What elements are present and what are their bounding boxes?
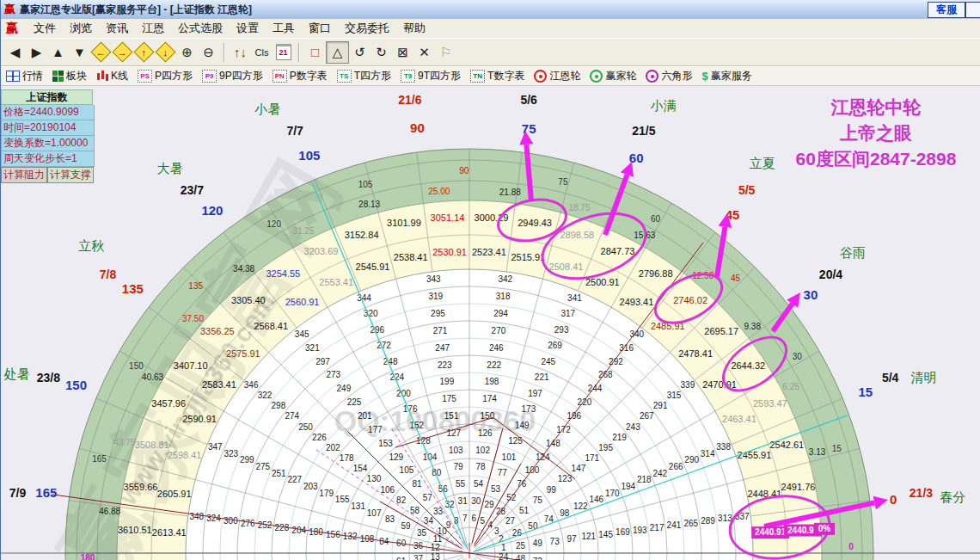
menu-item-6[interactable]: 工具: [266, 19, 302, 38]
menu-item-9[interactable]: 帮助: [396, 19, 432, 38]
gann-wheel-svg[interactable]: 赢家财富网www.yingjia360.comQQ:10080036012345…: [1, 86, 980, 560]
svg-text:293: 293: [554, 325, 569, 335]
calendar-icon[interactable]: 21: [273, 42, 294, 63]
triangle-tool-icon[interactable]: △: [326, 41, 349, 64]
svg-text:322: 322: [258, 391, 273, 400]
back-icon[interactable]: ◀: [4, 42, 26, 63]
menu-item-5[interactable]: 设置: [230, 19, 266, 38]
svg-text:57: 57: [423, 493, 433, 502]
calc-resistance-button[interactable]: 计算阻力: [1, 167, 47, 183]
ribbon-item-1[interactable]: 板块: [52, 69, 87, 83]
svg-text:346: 346: [244, 380, 259, 390]
svg-text:348: 348: [189, 512, 204, 521]
arc-cw-icon[interactable]: ↻: [371, 42, 392, 63]
svg-text:135: 135: [122, 281, 144, 296]
svg-text:40.63: 40.63: [142, 372, 163, 382]
ribbon-item-4[interactable]: P99P四方形: [202, 69, 263, 83]
ribbon-item-3[interactable]: PSP四方形: [138, 69, 193, 83]
svg-text:121: 121: [581, 532, 596, 541]
pointer-down-icon[interactable]: ▼: [69, 42, 90, 63]
panel-row-1: 时间=20190104: [1, 120, 95, 136]
ribbon-item-0[interactable]: 行情: [6, 69, 43, 83]
ribbon-item-8[interactable]: TNT数字表: [470, 69, 524, 83]
svg-text:2695.17: 2695.17: [704, 326, 738, 336]
customer-service-button[interactable]: 客服: [928, 2, 965, 18]
svg-text:193: 193: [633, 526, 647, 535]
svg-text:18.75: 18.75: [568, 203, 590, 212]
svg-text:29: 29: [484, 500, 494, 509]
xbox-icon[interactable]: ⊠: [392, 42, 413, 63]
wheel-ring-icon: [590, 70, 603, 83]
svg-text:7/8: 7/8: [100, 268, 117, 281]
svg-text:2553.41: 2553.41: [319, 277, 353, 287]
toolbar: ◀▶▲▼←→↑↓⊕⊖↑↓Cls21□△↺↻⊠✕⚐: [1, 38, 980, 66]
svg-text:178: 178: [340, 453, 354, 463]
menu-item-7[interactable]: 窗口: [302, 19, 338, 38]
ribbon-item-6[interactable]: TST四方形: [337, 69, 391, 83]
svg-text:170: 170: [605, 489, 620, 498]
clipped-button[interactable]: [965, 2, 980, 18]
cls-button[interactable]: Cls: [251, 42, 273, 63]
svg-text:2746.02: 2746.02: [673, 295, 707, 305]
ribbon-item-10[interactable]: 赢家轮: [590, 69, 636, 83]
menu-item-3[interactable]: 江恩: [135, 19, 171, 38]
svg-text:102: 102: [475, 446, 490, 455]
ribbon-item-11[interactable]: 六角形: [646, 69, 692, 83]
gann-wheel-chart[interactable]: 赢家财富网www.yingjia360.comQQ:10080036012345…: [1, 86, 980, 560]
svg-text:21/6: 21/6: [398, 93, 421, 107]
svg-text:105: 105: [358, 180, 373, 189]
svg-text:149: 149: [515, 421, 530, 430]
svg-text:2463.41: 2463.41: [722, 414, 756, 424]
menu-item-2[interactable]: 资讯: [99, 19, 135, 38]
menu-item-8[interactable]: 交易委托: [338, 19, 396, 38]
svg-text:75: 75: [558, 177, 568, 187]
menu-item-4[interactable]: 公式选股: [171, 19, 230, 38]
pan-left-icon[interactable]: ←: [90, 42, 112, 63]
ribbon-item-2[interactable]: K线: [96, 69, 128, 83]
svg-text:51: 51: [519, 506, 530, 515]
ribbon-item-7[interactable]: T99T四方形: [401, 69, 461, 83]
arc-ccw-icon[interactable]: ↺: [349, 42, 371, 63]
svg-text:2455.91: 2455.91: [738, 450, 772, 460]
svg-text:2949.43: 2949.43: [518, 218, 552, 228]
updown-icon[interactable]: ↑↓: [230, 42, 251, 63]
ribbon-item-label: P数字表: [290, 69, 328, 83]
svg-text:145: 145: [598, 530, 613, 539]
zoom-in-icon[interactable]: ⊕: [176, 42, 198, 63]
svg-text:春分: 春分: [940, 489, 965, 504]
svg-text:203: 203: [303, 482, 318, 491]
ribbon-item-12[interactable]: $赢家服务: [701, 69, 751, 83]
pan-down-icon[interactable]: ↓: [155, 42, 176, 63]
svg-text:179: 179: [319, 489, 334, 498]
svg-text:321: 321: [305, 343, 320, 353]
svg-text:9.38: 9.38: [744, 322, 762, 331]
cross-icon[interactable]: ✕: [413, 42, 435, 63]
svg-text:48: 48: [516, 554, 526, 560]
calc-support-button[interactable]: 计算支撑: [47, 167, 94, 183]
svg-text:105: 105: [298, 148, 320, 163]
rect-tool-icon[interactable]: □: [304, 42, 326, 63]
svg-text:2542.61: 2542.61: [769, 440, 804, 450]
svg-text:317: 317: [560, 309, 575, 318]
menu-item-1[interactable]: 浏览: [63, 19, 99, 38]
svg-text:165: 165: [92, 454, 107, 464]
svg-text:55: 55: [456, 479, 466, 489]
pan-up-icon[interactable]: ↑: [133, 42, 155, 63]
pointer-up-icon[interactable]: ▲: [47, 42, 69, 63]
svg-text:195: 195: [598, 443, 613, 452]
ribbon-item-9[interactable]: 江恩轮: [534, 69, 580, 83]
forward-icon[interactable]: ▶: [26, 42, 47, 63]
svg-text:289: 289: [701, 516, 715, 526]
svg-text:5/5: 5/5: [738, 183, 756, 197]
ribbon-item-5[interactable]: PNP数字表: [273, 69, 328, 83]
zoom-out-icon[interactable]: ⊖: [198, 42, 219, 63]
svg-text:165: 165: [35, 485, 57, 500]
badge-P9-icon: P9: [202, 70, 217, 83]
svg-text:200: 200: [396, 389, 411, 398]
ribbon-item-label: 六角形: [661, 69, 692, 83]
kline-icon: [96, 71, 108, 83]
title-bar: 赢 赢家江恩专业版[赢家服务平台] - [上证指数 江恩轮] 客服: [1, 0, 980, 19]
menu-item-0[interactable]: 文件: [27, 19, 63, 38]
flag-icon[interactable]: ⚐: [435, 42, 456, 63]
pan-right-icon[interactable]: →: [112, 42, 133, 63]
